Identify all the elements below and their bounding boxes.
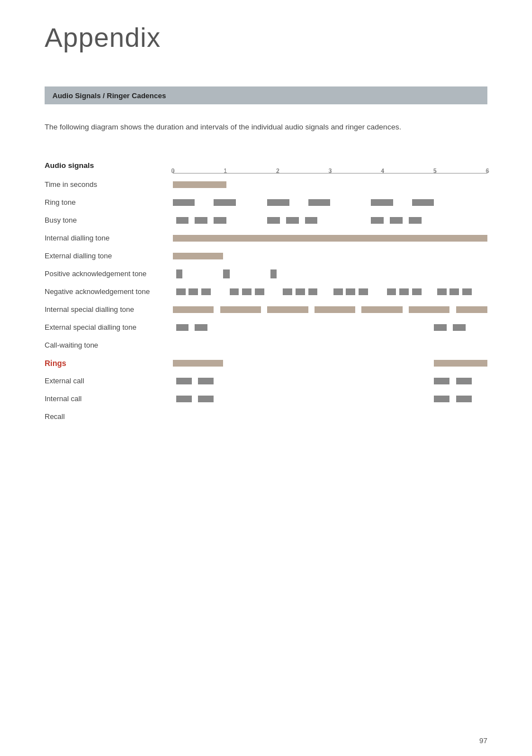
- int-dial-bar-9: [409, 217, 422, 224]
- label-positive-ack: Positive acknowledgement tone: [45, 265, 173, 283]
- diagram-column: 0 1 2 3 4 5 6: [173, 156, 487, 426]
- signal-external-dialling: [173, 229, 487, 247]
- ext-call-bar-1: [173, 360, 223, 367]
- signal-int-call: [173, 372, 487, 390]
- int-spec-b7: [283, 288, 292, 295]
- page-number: 97: [480, 736, 487, 745]
- int-call-bar-3: [434, 378, 449, 384]
- int-spec-b9: [308, 288, 318, 295]
- label-recall: Recall: [45, 408, 173, 426]
- label-internal-dialling: Internal dialling tone: [45, 229, 173, 247]
- cw-bar-1: [176, 324, 189, 331]
- int-call-bar-4: [456, 378, 472, 384]
- int-spec-b16: [437, 288, 447, 295]
- int-spec-b5: [242, 288, 252, 295]
- label-external-special: External special dialling tone: [45, 319, 173, 336]
- int-spec-b18: [462, 288, 472, 295]
- recall-bar-4: [456, 396, 472, 402]
- signal-call-waiting: [173, 319, 487, 336]
- section-description: The following diagram shows the duration…: [45, 121, 487, 133]
- int-dial-bar-8: [390, 217, 403, 224]
- signal-internal-special: [173, 283, 487, 301]
- cw-bar-3: [434, 324, 447, 331]
- int-spec-b12: [359, 288, 368, 295]
- time-label: Time in seconds: [45, 176, 173, 194]
- ext-spec-b1: [173, 306, 214, 313]
- rings-label-row: [173, 336, 487, 354]
- label-internal-special: Internal special dialling tone: [45, 301, 173, 319]
- recall-bar-3: [434, 396, 449, 402]
- cw-bar-2: [195, 324, 207, 331]
- int-spec-b17: [449, 288, 459, 295]
- ext-spec-b4: [315, 306, 355, 313]
- signal-ring-tone: [173, 176, 487, 194]
- label-call-waiting: Call-waiting tone: [45, 336, 173, 354]
- ext-spec-b3: [267, 306, 308, 313]
- int-dial-bar-2: [195, 217, 207, 224]
- label-int-call: Internal call: [45, 390, 173, 408]
- busy-bar-1: [173, 199, 195, 206]
- audio-signals-label: Audio signals: [45, 156, 173, 176]
- time-axis-row: 0 1 2 3 4 5 6: [173, 156, 487, 176]
- signal-positive-ack: [173, 247, 487, 265]
- label-ext-call: External call: [45, 372, 173, 390]
- ext-spec-b6: [409, 306, 449, 313]
- int-dial-bar-3: [214, 217, 226, 224]
- rings-label: Rings: [45, 354, 173, 372]
- diagram-area: Audio signals Time in seconds Ring tone …: [45, 156, 487, 426]
- int-dial-bar-5: [286, 217, 299, 224]
- busy-bar-6: [412, 199, 434, 206]
- int-spec-b13: [387, 288, 396, 295]
- labels-column: Audio signals Time in seconds Ring tone …: [45, 156, 173, 426]
- int-spec-b6: [255, 288, 264, 295]
- neg-ack-bar-3: [270, 269, 277, 278]
- busy-bar-2: [214, 199, 235, 206]
- recall-bar-1: [176, 396, 192, 402]
- busy-bar-5: [371, 199, 393, 206]
- ext-spec-b7: [456, 306, 487, 313]
- int-spec-b11: [346, 288, 355, 295]
- int-spec-b14: [399, 288, 409, 295]
- neg-ack-bar-2: [223, 269, 229, 278]
- int-spec-b4: [230, 288, 239, 295]
- signal-ext-call: [173, 354, 487, 372]
- ext-dial-bar: [173, 235, 487, 242]
- section-header: Audio Signals / Ringer Cadences: [45, 86, 487, 104]
- label-busy-tone: Busy tone: [45, 211, 173, 229]
- int-spec-b1: [176, 288, 186, 295]
- int-spec-b10: [333, 288, 343, 295]
- ring-tone-bar-2: [173, 181, 226, 188]
- signal-negative-ack: [173, 265, 487, 283]
- int-dial-bar-7: [371, 217, 384, 224]
- ext-spec-b5: [361, 306, 402, 313]
- signal-internal-dialling: [173, 211, 487, 229]
- int-spec-b8: [296, 288, 305, 295]
- int-dial-bar-6: [305, 217, 318, 224]
- int-dial-bar-4: [267, 217, 280, 224]
- int-spec-b3: [201, 288, 211, 295]
- signal-external-special: [173, 301, 487, 319]
- ext-call-bar-2: [434, 360, 487, 367]
- int-call-bar-2: [198, 378, 214, 384]
- int-call-bar-1: [176, 378, 192, 384]
- ext-spec-b2: [220, 306, 261, 313]
- label-negative-ack: Negative acknowledgement tone: [45, 283, 173, 301]
- recall-bar-2: [198, 396, 214, 402]
- section-header-label: Audio Signals / Ringer Cadences: [52, 92, 166, 100]
- int-spec-b15: [412, 288, 422, 295]
- label-external-dialling: External dialling tone: [45, 247, 173, 265]
- int-spec-b2: [188, 288, 198, 295]
- busy-bar-4: [308, 199, 330, 206]
- signal-recall: [173, 390, 487, 408]
- page-title: Appendix: [45, 22, 487, 53]
- signal-busy-tone: [173, 194, 487, 211]
- pos-ack-bar: [173, 253, 223, 259]
- neg-ack-bar-1: [176, 269, 182, 278]
- cw-bar-4: [453, 324, 466, 331]
- busy-bar-3: [267, 199, 289, 206]
- label-ring-tone: Ring tone: [45, 194, 173, 211]
- int-dial-bar-1: [176, 217, 189, 224]
